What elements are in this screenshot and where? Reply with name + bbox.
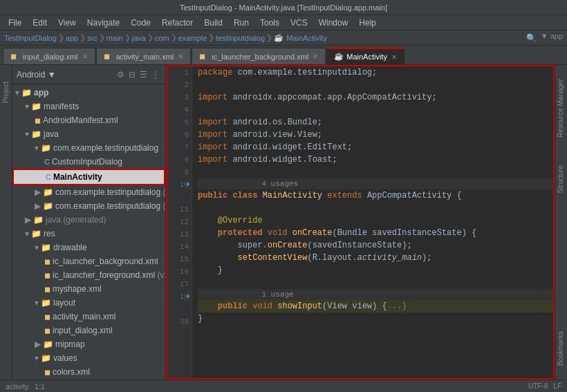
app-dropdown[interactable]: ▼ app — [541, 32, 563, 44]
search-button[interactable]: 🔍 — [525, 32, 538, 44]
folder-icon5: 📁 — [43, 186, 53, 198]
tree-item-activity-main[interactable]: ◼ activity_main.xml — [12, 310, 165, 324]
code-line-38: } — [198, 312, 553, 325]
structure-label[interactable]: Structure — [555, 151, 567, 207]
tree-item-myshape[interactable]: ◼ myshape.xml — [12, 282, 165, 296]
tree-item-java-generated[interactable]: ▶ 📁 java (generated) — [12, 213, 165, 227]
tree-item-package[interactable]: ▾ 📁 com.example.testinputdialog — [12, 141, 165, 155]
filter-icon[interactable]: ☰ — [138, 68, 149, 81]
expand-arrow3: ▾ — [25, 128, 29, 140]
tree-item-manifests[interactable]: ▾ 📁 manifests — [12, 100, 165, 113]
tree-item-label: colors.xml — [53, 366, 90, 378]
bookmarks-label[interactable]: Bookmarks — [555, 317, 567, 380]
code-line-14: super.onCreate(savedInstanceState); — [198, 239, 553, 252]
tab-close2[interactable]: ✕ — [178, 53, 183, 60]
file-tree: Android ▼ ⚙ ⊟ ☰ ⋮ ▾ 📁 app ▾ — [12, 65, 166, 380]
expand-arrow11: ▶ — [35, 338, 41, 351]
tree-item-res[interactable]: ▾ 📁 res — [12, 227, 165, 241]
breadcrumb-testinputdialog2[interactable]: testinputdialog — [216, 34, 265, 42]
breadcrumb-testinputdialog[interactable]: TestInputDialog — [4, 34, 57, 42]
expand-arrow8: ▾ — [25, 227, 29, 240]
breadcrumb-src[interactable]: src — [87, 34, 97, 42]
project-label[interactable]: Project — [2, 68, 10, 117]
expand-arrow4: ▾ — [35, 142, 39, 154]
tree-item-app[interactable]: ▾ 📁 app — [12, 86, 165, 100]
code-line-10: public class MainActivity extends AppCom… — [198, 189, 553, 202]
tree-item-label: java — [44, 128, 59, 140]
code-line-11 — [198, 202, 553, 214]
code-line-16: } — [198, 264, 553, 277]
xml-file-icon2: ◼ — [44, 255, 50, 268]
tree-item-label: manifests — [44, 100, 79, 113]
xml-file-icon7: ◼ — [44, 366, 50, 378]
menu-file[interactable]: File — [3, 17, 27, 29]
activity-status: activity — [6, 382, 29, 391]
menu-run[interactable]: Run — [228, 17, 254, 29]
folder-icon8: 📁 — [31, 227, 41, 240]
menu-window[interactable]: Window — [313, 17, 354, 29]
tree-item-label: res — [44, 227, 55, 240]
breadcrumb-com[interactable]: com — [155, 34, 169, 42]
more-icon[interactable]: ⋮ — [150, 68, 161, 81]
breadcrumb-java[interactable]: java — [132, 34, 146, 42]
breadcrumb-mainactivity[interactable]: MainActivity — [286, 34, 327, 42]
gutter-dot: ● — [187, 178, 190, 191]
tree-item-label: java (generated) — [46, 214, 106, 226]
menu-build[interactable]: Build — [198, 17, 228, 29]
tree-item-input-dialog[interactable]: ◼ input_dialog.xml — [12, 324, 165, 337]
menu-code[interactable]: Code — [125, 17, 156, 29]
tree-item-custominputdialog[interactable]: C CustomInputDialog — [12, 155, 165, 169]
breadcrumb-app[interactable]: app — [66, 34, 78, 42]
tab-mainactivity[interactable]: ☕ MainActivity ✕ — [326, 48, 405, 64]
tree-item-label: ic_launcher_foreground.xml (v24) — [53, 269, 166, 281]
settings-icon[interactable]: ⚙ — [115, 68, 126, 81]
tree-item-mipmap[interactable]: ▶ 📁 mipmap — [12, 337, 165, 351]
tab-close4[interactable]: ✕ — [391, 53, 397, 61]
tree-item-colors[interactable]: ◼ colors.xml — [12, 365, 165, 379]
menu-view[interactable]: View — [53, 17, 82, 29]
menu-help[interactable]: Help — [353, 17, 382, 29]
tree-item-androidtest[interactable]: ▶ 📁 com.example.testinputdialog (android… — [12, 185, 165, 199]
tree-item-drawable[interactable]: ▾ 📁 drawable — [12, 241, 165, 254]
android-dropdown[interactable]: Android ▼ — [17, 70, 56, 80]
collapse-icon[interactable]: ⊟ — [127, 68, 137, 81]
code-line-usage2: 1 usage — [198, 289, 553, 300]
tab-ic-launcher-xml[interactable]: ◼ ic_launcher_background.xml ✕ — [192, 48, 326, 64]
menu-navigate[interactable]: Navigate — [82, 17, 125, 29]
menu-refactor[interactable]: Refactor — [156, 17, 198, 29]
code-line-4 — [198, 104, 553, 116]
java-c-icon: C — [44, 156, 50, 168]
breadcrumb: TestInputDialog ❯ app ❯ src ❯ main ❯ jav… — [0, 30, 567, 46]
tab-input-dialog-xml[interactable]: ◼ input_dialog.xml ✕ — [3, 48, 95, 64]
tab-activity-main-xml[interactable]: ◼ activity_main.xml ✕ — [96, 48, 192, 64]
java-icon: ☕ — [334, 52, 344, 62]
tab-close[interactable]: ✕ — [82, 53, 88, 60]
breadcrumb-main[interactable]: main — [106, 34, 123, 42]
code-line-8: import android.widget.Toast; — [198, 153, 553, 166]
code-content[interactable]: 1 2 3 4 5 6 7 8 9 10 ● 11 12 13 — [167, 66, 553, 378]
tree-item-mainactivity[interactable]: C MainActivity ➔ — [12, 169, 165, 185]
xml-icon2: ◼ — [104, 52, 113, 62]
tree-item-label: drawable — [53, 241, 87, 254]
tree-item-ic-launcher-bg[interactable]: ◼ ic_launcher_background.xml — [12, 254, 165, 268]
tab-close3[interactable]: ✕ — [313, 53, 318, 60]
tree-item-label: mipmap — [55, 338, 85, 351]
tree-item-java[interactable]: ▾ 📁 java — [12, 127, 165, 141]
breadcrumb-example[interactable]: example — [178, 34, 207, 42]
menu-tools[interactable]: Tools — [254, 17, 285, 29]
menu-bar: File Edit View Navigate Code Refactor Bu… — [0, 15, 567, 30]
tree-item-label: values — [53, 352, 77, 364]
tree-item-test[interactable]: ▶ 📁 com.example.testinputdialog (test) — [12, 199, 165, 213]
menu-vcs[interactable]: VCS — [285, 17, 313, 29]
tree-item-androidmanifest[interactable]: ◼ AndroidManifest.xml — [12, 113, 165, 127]
tree-item-values[interactable]: ▾ 📁 values — [12, 351, 165, 365]
tree-item-layout[interactable]: ▾ 📁 layout — [12, 296, 165, 310]
menu-edit[interactable]: Edit — [27, 17, 53, 29]
resource-manager-label[interactable]: Resource Manager — [555, 65, 567, 151]
code-lines[interactable]: package com.example.testinputdialog; imp… — [192, 66, 553, 378]
gutter-dot2: ● — [187, 290, 190, 303]
tree-item-ic-launcher-fg[interactable]: ◼ ic_launcher_foreground.xml (v24) — [12, 268, 165, 282]
expand-arrow6: ▶ — [35, 200, 41, 212]
folder-icon: 📁 — [21, 86, 32, 99]
code-line-3: import androidx.appcompat.app.AppCompatA… — [198, 91, 553, 104]
